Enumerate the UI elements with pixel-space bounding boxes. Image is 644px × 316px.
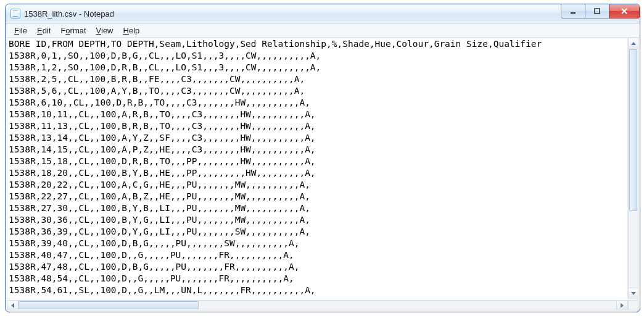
chevron-left-icon — [11, 303, 14, 308]
vertical-scrollbar[interactable] — [628, 38, 638, 299]
svg-rect-0 — [571, 12, 576, 14]
text-area[interactable]: BORE ID,FROM DEPTH,TO DEPTH,Seam,Litholo… — [7, 38, 628, 299]
svg-rect-1 — [595, 9, 600, 14]
notepad-window: 1538R_lith.csv - Notepad File Edit — [5, 4, 640, 312]
scroll-down-button[interactable] — [629, 288, 638, 299]
close-icon — [620, 7, 629, 15]
maximize-button[interactable] — [585, 4, 609, 19]
horizontal-scrollbar[interactable] — [7, 300, 628, 310]
resize-grip[interactable] — [628, 300, 638, 310]
vertical-scroll-thumb[interactable] — [629, 49, 637, 211]
menu-format[interactable]: Format — [56, 26, 91, 35]
text-content[interactable]: BORE ID,FROM DEPTH,TO DEPTH,Seam,Litholo… — [7, 38, 627, 299]
notepad-app-icon — [10, 9, 20, 19]
menu-view[interactable]: View — [91, 26, 118, 35]
chevron-right-icon — [621, 303, 624, 308]
menu-bar: File Edit Format View Help — [6, 23, 640, 38]
menu-file[interactable]: File — [9, 26, 32, 35]
minimize-icon — [569, 7, 577, 15]
scroll-right-button[interactable] — [616, 301, 627, 310]
chevron-up-icon — [631, 42, 636, 45]
window-title: 1538R_lith.csv - Notepad — [24, 9, 114, 19]
maximize-icon — [593, 7, 601, 15]
chevron-down-icon — [631, 292, 636, 295]
menu-edit[interactable]: Edit — [32, 26, 56, 35]
titlebar[interactable]: 1538R_lith.csv - Notepad — [6, 4, 640, 23]
scroll-left-button[interactable] — [7, 301, 19, 310]
window-controls — [561, 4, 640, 18]
scroll-up-button[interactable] — [629, 38, 638, 49]
horizontal-scroll-thumb[interactable] — [19, 301, 199, 309]
close-button[interactable] — [609, 4, 640, 19]
menu-help[interactable]: Help — [118, 26, 145, 35]
minimize-button[interactable] — [561, 4, 585, 19]
